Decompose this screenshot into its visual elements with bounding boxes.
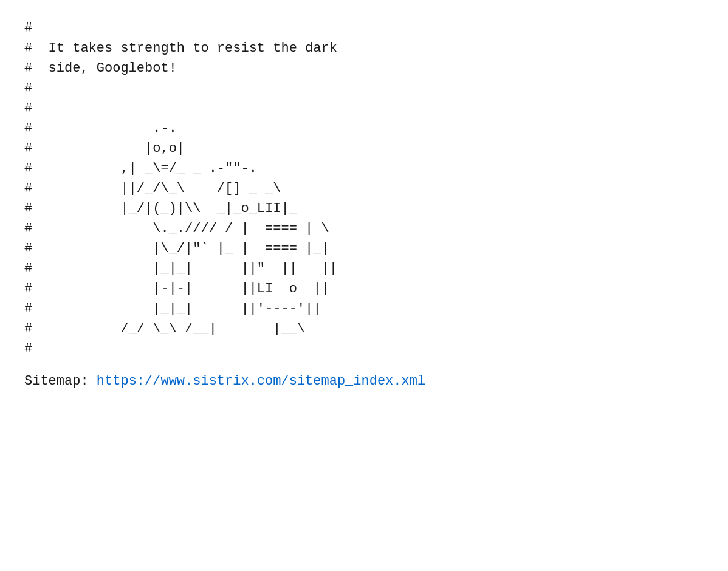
sitemap-label: Sitemap: xyxy=(24,374,97,389)
sitemap-url[interactable]: https://www.sistrix.com/sitemap_index.xm… xyxy=(97,374,425,389)
main-content: # # It takes strength to resist the dark… xyxy=(24,18,704,391)
robots-txt-content: # # It takes strength to resist the dark… xyxy=(24,18,704,359)
sitemap-line: Sitemap: https://www.sistrix.com/sitemap… xyxy=(24,371,704,391)
